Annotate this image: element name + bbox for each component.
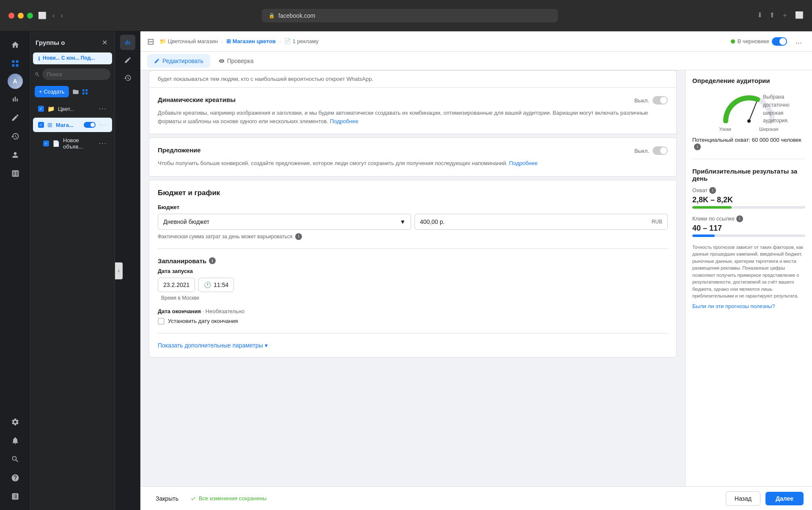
new-tab-icon[interactable]: ＋ <box>782 11 788 20</box>
campaign-checkbox[interactable]: ✓ <box>38 106 44 112</box>
start-date-input[interactable]: 23.2.2021 <box>158 278 195 292</box>
audience-note: Выбрана достаточно широкая аудитория. <box>763 93 805 124</box>
budget-type-select[interactable]: Дневной бюджет ▼ <box>158 214 411 230</box>
maximize-traffic-light[interactable] <box>27 13 33 19</box>
schedule-info-icon[interactable]: i <box>209 257 216 264</box>
budget-info-icon[interactable]: i <box>295 233 302 240</box>
dynamic-creatives-toggle-label: Выкл. <box>634 97 649 104</box>
back-button[interactable]: Назад <box>726 491 760 506</box>
ad-more[interactable]: ··· <box>99 140 107 147</box>
more-options-button[interactable]: ... <box>792 35 805 47</box>
end-date-checkbox[interactable] <box>158 318 165 325</box>
breadcrumb-campaign[interactable]: 📁 Цветочный магазин <box>159 38 218 44</box>
next-button[interactable]: Далее <box>765 492 804 505</box>
create-button[interactable]: + Создать <box>35 86 69 97</box>
address-bar[interactable]: 🔒 facebook.com <box>262 9 558 22</box>
audience-reach: Потенциальный охват: 60 000 000 человек … <box>692 137 805 150</box>
tree-item-adset[interactable]: ✓ ⊞ Мага... ··· <box>33 118 112 132</box>
adset-checkbox[interactable]: ✓ <box>38 122 44 128</box>
right-sidebar: Определение аудитории <box>685 70 812 486</box>
campaign-more[interactable]: ··· <box>99 105 107 113</box>
offer-toggle[interactable] <box>653 146 668 155</box>
sidebar-toggle-btn[interactable]: ⊟ <box>147 36 154 47</box>
sidebar-search-icon[interactable] <box>7 451 24 468</box>
download-icon[interactable]: ⬇ <box>757 11 763 20</box>
breadcrumb: 📁 Цветочный магазин › ⊞ Магазин цветов ›… <box>159 38 318 44</box>
extensions-icon[interactable]: ⬜ <box>795 11 804 20</box>
start-time-input[interactable]: 🕐 11:54 <box>198 278 234 292</box>
sidebar-people-icon[interactable] <box>7 146 24 163</box>
tree-item-campaign[interactable]: ✓ 📁 Цвет... ··· <box>33 102 112 116</box>
bottom-bar: Закрыть Все изменения сохранены Назад Да… <box>140 486 812 510</box>
browser-nav-icons: ⬜ ‹ › <box>38 11 63 19</box>
gauge-container: Узкая Широкая Выбрана достаточно широкая… <box>692 89 805 132</box>
adset-more[interactable]: ··· <box>99 121 107 129</box>
left-panel-close[interactable]: ✕ <box>99 37 110 47</box>
adset-icon: ⊞ <box>47 121 52 128</box>
reach-metric-label: Охват i <box>692 187 805 194</box>
tab-icon[interactable]: ⬜ <box>38 11 47 19</box>
reach-metric-info[interactable]: i <box>709 187 716 194</box>
dynamic-creatives-link[interactable]: Подробнее <box>330 118 358 124</box>
notification-icon: ℹ <box>38 55 40 62</box>
traffic-lights <box>8 13 33 19</box>
sidebar-layers-icon[interactable] <box>7 488 24 505</box>
gauge-narrow-label: Узкая <box>719 127 732 132</box>
draft-dot <box>731 39 735 44</box>
folder-icon[interactable] <box>72 88 79 95</box>
tab-preview[interactable]: Проверка <box>212 54 261 68</box>
adset-toggle[interactable] <box>84 122 96 128</box>
mid-chart-icon[interactable] <box>120 35 135 50</box>
sidebar-home-icon[interactable] <box>7 36 24 53</box>
dynamic-creatives-toggle[interactable] <box>653 96 668 105</box>
close-traffic-light[interactable] <box>8 13 14 19</box>
sidebar-grid-icon[interactable] <box>7 55 24 72</box>
mid-edit-icon[interactable] <box>120 52 135 68</box>
search-input[interactable] <box>42 69 110 80</box>
collapse-arrow[interactable]: ‹ <box>115 262 123 279</box>
offer-link[interactable]: Подробнее <box>509 160 538 166</box>
panel-wrapper: ‹ ⊟ 📁 Цветочный магазин <box>115 31 812 510</box>
clicks-metric-value: 40 – 117 <box>692 224 805 233</box>
reach-info-icon[interactable]: i <box>694 143 701 150</box>
forward-icon[interactable]: › <box>60 12 63 19</box>
lock-icon: 🔒 <box>269 13 275 19</box>
sidebar-table-icon[interactable] <box>7 165 24 182</box>
sidebar-bell-icon[interactable] <box>7 432 24 449</box>
sidebar-edit-icon[interactable] <box>7 109 24 126</box>
tree-item-ad[interactable]: ✓ 📄 Новое объяв... ··· <box>33 134 112 153</box>
breadcrumb-ad[interactable]: 📄 1 рекламу <box>284 38 318 44</box>
divider-1 <box>158 248 668 249</box>
sidebar-history-icon[interactable] <box>7 128 24 145</box>
draft-toggle[interactable] <box>772 37 787 46</box>
show-more-button[interactable]: Показать дополнительные параметры ▾ <box>158 342 668 349</box>
breadcrumb-adset[interactable]: ⊞ Магазин цветов <box>226 38 276 44</box>
reach-metric-bar-fill <box>692 206 732 209</box>
clicks-metric-bar-fill <box>692 234 715 237</box>
ad-checkbox[interactable]: ✓ <box>43 141 49 146</box>
end-date-checkbox-label: Установить дату окончания <box>168 318 238 324</box>
tab-edit[interactable]: Редактировать <box>147 54 210 68</box>
gauge-wide-label: Широкая <box>759 127 779 132</box>
sidebar-settings-icon[interactable] <box>7 414 24 430</box>
share-icon[interactable]: ⬆ <box>769 11 775 20</box>
minimize-traffic-light[interactable] <box>18 13 24 19</box>
ad-icon: 📄 <box>52 140 60 147</box>
sidebar-help-icon[interactable] <box>7 469 24 486</box>
reach-metric-value: 2,8K – 8,2K <box>692 196 805 204</box>
forecast-link[interactable]: Были ли эти прогнозы полезны? <box>692 303 805 309</box>
content-area: ⊟ 📁 Цветочный магазин › ⊞ Магазин цветов… <box>140 31 812 510</box>
back-icon[interactable]: ‹ <box>52 12 55 19</box>
avatar[interactable]: А <box>8 74 23 89</box>
budget-card: Бюджет и график Бюджет Дневной бюджет ▼ … <box>149 180 677 358</box>
campaign-icon: 📁 <box>47 105 55 112</box>
dynamic-creatives-card: Динамические креативы Выкл. Добавьте кре… <box>149 87 677 134</box>
sidebar-chart-icon[interactable] <box>7 91 24 108</box>
budget-amount-input[interactable]: 400,00 р. RUB <box>414 214 668 230</box>
close-campaign-button[interactable]: Закрыть <box>149 492 185 505</box>
grid-icon[interactable] <box>82 88 88 95</box>
clock-icon: 🕐 <box>204 281 211 288</box>
mid-history-icon[interactable] <box>120 70 135 85</box>
clicks-metric-info[interactable]: i <box>736 215 743 222</box>
results-title: Приблизительные результаты за день <box>692 168 805 182</box>
